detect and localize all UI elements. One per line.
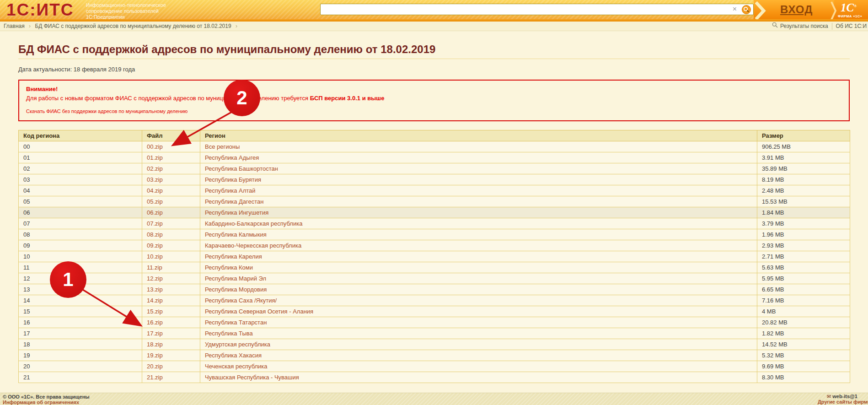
file-cell: 12.zip	[142, 273, 200, 284]
search-results-link[interactable]: Результаты поиска	[780, 22, 828, 31]
region-code-cell: 14	[19, 295, 142, 306]
file-link[interactable]: 09.zip	[147, 242, 163, 249]
file-link[interactable]: 20.zip	[147, 363, 163, 370]
region-cell: Республика Северная Осетия - Алания	[200, 306, 757, 317]
table-row: 1111.zipРеспублика Коми5.63 MB	[19, 262, 850, 273]
table-row: 1414.zipРеспублика Саха /Якутия/7.16 MB	[19, 295, 850, 306]
region-link[interactable]: Республика Алтай	[205, 187, 256, 194]
table-row: 1818.zipУдмуртская республика14.52 MB	[19, 339, 850, 350]
file-cell: 21.zip	[142, 372, 200, 383]
region-link[interactable]: Республика Ингушетия	[205, 209, 268, 216]
region-link[interactable]: Чеченская республика	[205, 363, 268, 370]
table-row: 0505.zipРеспублика Дагестан15.53 MB	[19, 196, 850, 207]
file-link[interactable]: 02.zip	[147, 165, 163, 172]
file-link[interactable]: 08.zip	[147, 231, 163, 238]
region-link[interactable]: Республика Дагестан	[205, 198, 263, 205]
region-link[interactable]: Республика Башкортостан	[205, 165, 278, 172]
search-submit-icon[interactable]	[742, 5, 751, 16]
region-link[interactable]: Республика Саха /Якутия/	[205, 297, 277, 304]
callout-1-badge: 1	[50, 261, 86, 298]
file-link[interactable]: 06.zip	[147, 209, 163, 216]
column-header-file: Файл	[142, 130, 200, 141]
region-link[interactable]: Кабардино-Балкарская республика	[205, 220, 302, 227]
region-link[interactable]: Республика Марий Эл	[205, 275, 266, 282]
file-link[interactable]: 18.zip	[147, 341, 163, 348]
region-code-cell: 16	[19, 317, 142, 328]
file-link[interactable]: 17.zip	[147, 330, 163, 337]
restrictions-info-link[interactable]: Информация об ограничениях	[3, 400, 79, 405]
download-without-municipal-link[interactable]: Скачать ФИАС без поддержки адресов по му…	[26, 108, 188, 114]
size-cell: 2.71 MB	[757, 251, 850, 262]
region-code-cell: 17	[19, 328, 142, 339]
tagline-line: Информационно-технологическое	[86, 2, 166, 8]
region-cell: Карачаево-Черкесская республика	[200, 240, 757, 251]
nav-divider	[832, 23, 832, 30]
file-link[interactable]: 05.zip	[147, 198, 163, 205]
size-cell: 7.16 MB	[757, 295, 850, 306]
file-link[interactable]: 10.zip	[147, 253, 163, 260]
region-link[interactable]: Карачаево-Черкесская республика	[205, 242, 301, 249]
site-search: ×	[320, 4, 754, 15]
file-link[interactable]: 12.zip	[147, 275, 163, 282]
region-link[interactable]: Удмуртская республика	[205, 341, 270, 348]
file-cell: 06.zip	[142, 207, 200, 218]
file-cell: 00.zip	[142, 141, 200, 152]
region-link[interactable]: Все регионы	[205, 143, 240, 150]
other-sites-link[interactable]: Другие сайты фирмы «1С	[818, 399, 868, 405]
file-link[interactable]: 04.zip	[147, 187, 163, 194]
file-link[interactable]: 15.zip	[147, 308, 163, 315]
table-row: 1919.zipРеспублика Хакасия5.32 MB	[19, 350, 850, 361]
file-cell: 09.zip	[142, 240, 200, 251]
region-cell: Удмуртская республика	[200, 339, 757, 350]
region-link[interactable]: Республика Бурятия	[205, 176, 261, 183]
size-cell: 8.30 MB	[757, 372, 850, 383]
region-link[interactable]: Республика Карелия	[205, 253, 262, 260]
regions-table: Код региона Файл Регион Размер 0000.zipВ…	[18, 130, 850, 383]
region-link[interactable]: Республика Калмыкия	[205, 231, 267, 238]
file-link[interactable]: 01.zip	[147, 154, 163, 161]
file-link[interactable]: 21.zip	[147, 374, 163, 381]
region-link[interactable]: Республика Коми	[205, 264, 253, 271]
size-cell: 35.89 MB	[757, 163, 850, 174]
table-row: 0606.zipРеспублика Ингушетия1.84 MB	[19, 207, 850, 218]
breadcrumb-home-link[interactable]: Главная	[4, 23, 25, 29]
file-link[interactable]: 14.zip	[147, 297, 163, 304]
file-link[interactable]: 00.zip	[147, 143, 163, 150]
firm-1c-logo: 1С®	[841, 0, 857, 14]
region-link[interactable]: Республика Тыва	[205, 330, 253, 337]
region-code-cell: 15	[19, 306, 142, 317]
file-link[interactable]: 19.zip	[147, 352, 163, 359]
breadcrumb-separator: ›	[29, 23, 31, 29]
region-link[interactable]: Республика Мордовия	[205, 286, 267, 293]
region-link[interactable]: Республика Татарстан	[205, 319, 267, 326]
login-button[interactable]: ВХОД	[780, 3, 813, 16]
file-link[interactable]: 03.zip	[147, 176, 163, 183]
file-link[interactable]: 13.zip	[147, 286, 163, 293]
region-cell: Республика Саха /Якутия/	[200, 295, 757, 306]
region-link[interactable]: Республика Адыгея	[205, 154, 259, 161]
region-cell: Чеченская республика	[200, 361, 757, 372]
email-link[interactable]: web-its@1	[832, 394, 857, 399]
table-row: 0404.zipРеспублика Алтай2.48 MB	[19, 185, 850, 196]
size-cell: 15.53 MB	[757, 196, 850, 207]
firm-1c-block[interactable]: 1С® ФИРМА «1С»	[834, 0, 868, 22]
region-link[interactable]: Республика Северная Осетия - Алания	[205, 308, 313, 315]
its-logo[interactable]: 1С:ИТС	[6, 0, 74, 20]
breadcrumb-bar: Главная › БД ФИАС с поддержкой адресов п…	[0, 22, 868, 31]
site-search-input[interactable]	[322, 5, 727, 15]
search-clear-icon[interactable]: ×	[733, 5, 737, 13]
region-link[interactable]: Чувашская Республика - Чувашия	[205, 374, 299, 381]
file-cell: 11.zip	[142, 262, 200, 273]
region-link[interactable]: Республика Хакасия	[205, 352, 262, 359]
file-link[interactable]: 11.zip	[147, 264, 162, 271]
about-is-link[interactable]: Об ИС 1С:И	[836, 22, 867, 31]
file-link[interactable]: 07.zip	[147, 220, 163, 227]
regions-table-wrap: Код региона Файл Регион Размер 0000.zipВ…	[18, 130, 850, 383]
region-cell: Чувашская Республика - Чувашия	[200, 372, 757, 383]
column-header-region-code: Код региона	[19, 130, 142, 141]
region-code-cell: 01	[19, 152, 142, 163]
region-code-cell: 05	[19, 196, 142, 207]
file-link[interactable]: 16.zip	[147, 319, 163, 326]
firm-1c-caption: ФИРМА «1С»	[838, 14, 862, 18]
chevron-decoration-icon	[830, 0, 838, 22]
